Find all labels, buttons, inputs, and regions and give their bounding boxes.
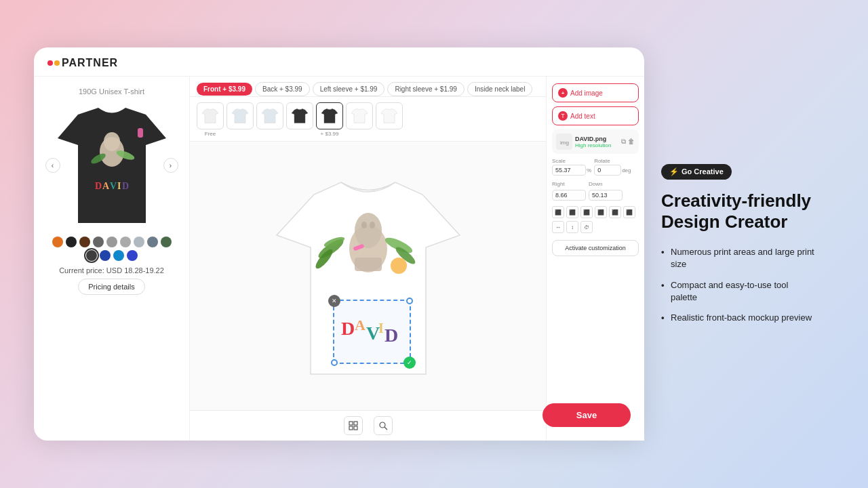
tab-right-sleeve[interactable]: Right sleeve + $1.99 (387, 82, 464, 96)
tab-front[interactable]: Front + $3.99 (197, 83, 252, 96)
confirm-handle[interactable]: ✓ (403, 357, 416, 369)
tab-back[interactable]: Back + $3.99 (255, 82, 310, 96)
view-thumb-4[interactable] (286, 102, 313, 129)
layer-item: img DAVID.png High resolution ⧉ 🗑 (552, 129, 639, 154)
flip-h-btn[interactable]: ↔ (552, 221, 564, 233)
down-group: Down (589, 181, 623, 201)
add-image-icon: + (558, 88, 568, 98)
search-button[interactable] (374, 416, 393, 435)
rotate-input[interactable] (594, 165, 621, 176)
rotate-unit: deg (622, 167, 631, 174)
svg-point-13 (370, 222, 375, 228)
align-bottom-btn[interactable]: ⬛ (623, 206, 635, 218)
view-thumbnails-row: Free (190, 97, 546, 142)
svg-point-12 (361, 222, 367, 228)
delete-handle[interactable]: ✕ (328, 295, 340, 307)
right-input[interactable] (552, 190, 586, 201)
svg-text:D: D (95, 181, 102, 191)
feature-item-1: Numerous print areas and large print siz… (661, 246, 817, 270)
rotate-input-wrap: deg (594, 165, 631, 176)
view-thumb-badge-5: + $3.99 (321, 131, 339, 137)
feature-list: Numerous print areas and large print siz… (661, 246, 817, 324)
editor-canvas: D A V I D (190, 142, 546, 410)
svg-text:I: I (378, 321, 384, 336)
tab-left-sleeve[interactable]: Left sleeve + $1.99 (313, 82, 385, 96)
layer-delete-icon[interactable]: 🗑 (628, 138, 635, 146)
logo-text: PARTNER (62, 57, 118, 69)
down-label: Down (589, 181, 623, 187)
swatch-charcoal[interactable] (86, 250, 97, 261)
swatch-light-blue[interactable] (113, 250, 124, 261)
swatch-orange[interactable] (52, 237, 63, 247)
swatch-slate[interactable] (147, 237, 158, 247)
grid-button[interactable] (344, 416, 363, 435)
svg-rect-27 (349, 422, 353, 425)
layer-thumb: img (556, 134, 572, 150)
align-top-btn[interactable]: ⬛ (595, 206, 607, 218)
view-thumb-wrap-5: + $3.99 (316, 102, 343, 137)
tab-inside-neck[interactable]: Inside neck label (467, 82, 533, 96)
svg-text:I: I (117, 181, 121, 191)
next-arrow[interactable]: › (163, 158, 178, 173)
rotate-label: Rotate (594, 158, 631, 164)
swatch-dark-green[interactable] (161, 237, 172, 247)
pricing-details-button[interactable]: Pricing details (78, 279, 144, 295)
swatch-brown[interactable] (79, 237, 90, 247)
logo: PARTNER (47, 57, 118, 69)
swatch-blue[interactable] (100, 250, 111, 261)
svg-line-32 (384, 427, 387, 430)
svg-text:A: A (355, 317, 366, 333)
swatch-dark-gray[interactable] (93, 237, 104, 247)
add-image-button[interactable]: + Add image (552, 83, 639, 102)
layer-copy-icon[interactable]: ⧉ (621, 138, 626, 146)
view-thumb-1[interactable] (197, 102, 224, 129)
right-label: Right (552, 181, 586, 187)
svg-text:D: D (341, 318, 355, 339)
view-thumb-2[interactable] (226, 102, 254, 129)
svg-rect-14 (355, 258, 382, 271)
save-button[interactable]: Save (542, 403, 631, 427)
swatch-gray[interactable] (106, 237, 117, 247)
view-thumb-wrap-1: Free (197, 102, 224, 137)
align-left-btn[interactable]: ⬛ (552, 206, 564, 218)
logo-dot-red (47, 60, 53, 66)
align-row-2: ↔ ↕ ⏱ (552, 221, 639, 233)
add-text-button[interactable]: T Add text (552, 106, 639, 125)
badge-text: Go Creative (682, 167, 724, 176)
swatch-light-gray[interactable] (120, 237, 131, 247)
down-input[interactable] (589, 190, 623, 201)
product-preview: D A V I D (58, 101, 166, 230)
layer-badge: High resolution (575, 142, 618, 148)
right-group: Right (552, 181, 586, 201)
layer-name: DAVID.png (575, 136, 618, 142)
flip-v-btn[interactable]: ↕ (566, 221, 578, 233)
scale-label: Scale (552, 158, 591, 164)
view-thumb-wrap-4 (286, 102, 313, 137)
view-thumb-5[interactable] (316, 102, 343, 129)
view-thumb-6[interactable] (346, 102, 373, 129)
view-thumb-wrap-3 (256, 102, 283, 137)
swatch-silver-blue[interactable] (134, 237, 144, 247)
view-thumb-3[interactable] (256, 102, 283, 129)
align-row-1: ⬛ ⬛ ⬛ ⬛ ⬛ ⬛ (552, 206, 639, 218)
sel-handle-tr[interactable] (406, 298, 413, 304)
layer-row: img DAVID.png High resolution ⧉ 🗑 (556, 134, 635, 150)
clock-btn[interactable]: ⏱ (580, 221, 593, 233)
scale-input[interactable] (552, 165, 586, 176)
product-label: 190G Unisex T-shirt (79, 87, 144, 96)
activate-customization-button[interactable]: Activate customization (552, 240, 639, 256)
swatch-black[interactable] (66, 237, 77, 247)
grid-icon (349, 421, 358, 430)
feature-item-2: Compact and easy-to-use tool palette (661, 279, 817, 304)
card-body: 190G Unisex T-shirt ‹ (34, 77, 644, 441)
right-panel: + Add image T Add text img (546, 77, 644, 441)
svg-text:V: V (110, 181, 117, 191)
align-center-v-btn[interactable]: ⬛ (609, 206, 621, 218)
center-panel: Front + $3.99 Back + $3.99 Left sleeve +… (190, 77, 546, 441)
left-panel: 190G Unisex T-shirt ‹ (34, 77, 190, 441)
sel-handle-bl[interactable] (331, 359, 338, 366)
align-center-h-btn[interactable]: ⬛ (566, 206, 578, 218)
swatch-royal-blue[interactable] (127, 250, 138, 261)
align-right-btn[interactable]: ⬛ (580, 206, 593, 218)
view-thumb-7[interactable] (376, 102, 403, 129)
